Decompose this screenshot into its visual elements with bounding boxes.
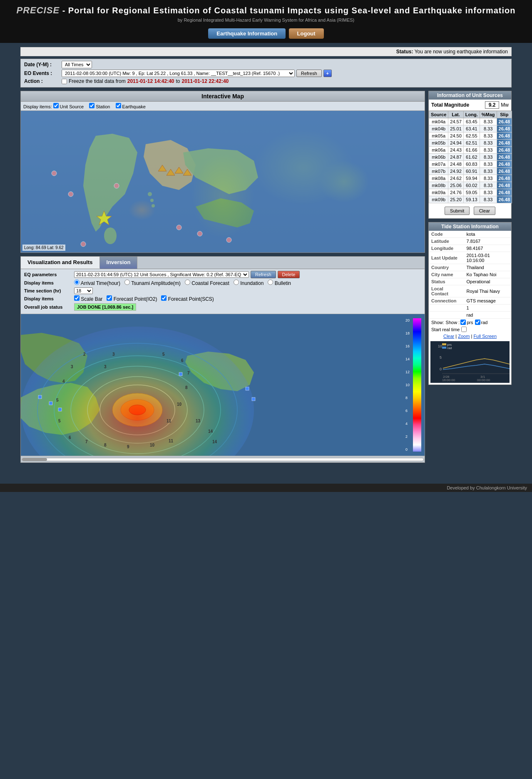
eq-params-select[interactable]: 2011-02-23 01:44:59 (UTC) 12 Unit Source… (74, 271, 249, 278)
field-last-update-value: 2011-03-01 10:16:00 (464, 252, 511, 264)
forecast-scs-label[interactable]: Forecast Point(SCS) (161, 295, 214, 302)
cell-lat-8: 24.62 (448, 175, 464, 182)
scrollbar-track[interactable] (22, 458, 424, 461)
scale-bar-label[interactable]: Scale Bar (74, 295, 102, 302)
field-country-label: Country (429, 264, 464, 271)
field-long-label: Longitude (429, 245, 464, 252)
map-svg (21, 111, 425, 252)
table-row: mk09b25.2059.138.3326.48 (429, 196, 512, 203)
radio-bulletin-label[interactable]: Bulletin (268, 280, 291, 286)
svg-point-12 (114, 183, 119, 188)
viz-refresh-button[interactable]: Refresh (251, 271, 276, 278)
earthquake-info-button[interactable]: Earthquake Information (208, 28, 286, 39)
field-connection-value: GTS message (464, 297, 511, 305)
cell-source-6: mk07a (429, 161, 448, 168)
table-row: mk07a24.4860.838.3326.48 (429, 161, 512, 168)
plus-button[interactable]: + (323, 70, 332, 77)
prs-checkbox[interactable] (460, 320, 466, 325)
earthquake-checkbox[interactable] (116, 103, 121, 108)
map-area[interactable]: Long: 84.69 Lat: 9.62 (21, 111, 425, 252)
logout-button[interactable]: Logout (289, 28, 324, 39)
table-row: Code kota (429, 231, 511, 238)
svg-point-4 (104, 227, 117, 244)
table-row: rad (429, 312, 511, 319)
col-long: Long. (463, 111, 480, 118)
full-screen-link[interactable]: Full Screen (473, 334, 497, 339)
field-code-value: kota (464, 231, 511, 238)
viz-map-container: 2 3 4 5 5 6 7 8 9 10 11 3 3 (21, 314, 425, 462)
content-area: Interactive Map Display items: Unit Sour… (20, 91, 512, 463)
col-slip: Slip (497, 111, 512, 118)
horizontal-scrollbar[interactable] (21, 456, 425, 462)
cell-slip-4: 26.48 (497, 147, 512, 154)
scrollbar-thumb[interactable] (22, 458, 47, 461)
station-label[interactable]: Station (89, 104, 111, 109)
clear-zoom-link[interactable]: Clear (443, 334, 454, 339)
submit-button[interactable]: Submit (445, 207, 470, 215)
unit-source-checkbox[interactable] (53, 103, 59, 108)
radio-coastal-label[interactable]: Coastal Forecast (185, 280, 229, 286)
forecast-io2-checkbox[interactable] (107, 295, 112, 301)
svg-point-14 (197, 231, 202, 236)
colorbar: 20 18 16 14 12 10 8 6 4 2 0 (413, 318, 421, 452)
tide-chart-links: Clear | Zoom | Full Screen (429, 333, 511, 340)
field-city-value: Ko Taphao Noi (464, 271, 511, 278)
tab-visualization[interactable]: Visualization and Results (21, 257, 100, 269)
status-label: Status: (396, 49, 413, 55)
rad-checkbox[interactable] (475, 320, 480, 325)
svg-text:00:00:00: 00:00:00 (477, 378, 490, 382)
freeze-checkbox[interactable] (62, 79, 67, 84)
unit-source-label[interactable]: Unit Source (53, 104, 85, 109)
svg-text:3: 3 (112, 352, 115, 357)
cell-pct_mag-0: 8.33 (480, 118, 497, 125)
tab-inversion[interactable]: Inversion (100, 257, 138, 269)
viz-map-area[interactable]: 2 3 4 5 5 6 7 8 9 10 11 3 3 (21, 314, 425, 456)
svg-point-11 (81, 242, 86, 247)
cell-pct_mag-4: 8.33 (480, 147, 497, 154)
time-section-row: Time section (hr) 18 (24, 287, 421, 294)
radio-bulletin[interactable] (268, 280, 273, 285)
overall-status-row: Overall job status JOB DONE [1,069.86 se… (24, 303, 421, 311)
zoom-link[interactable]: Zoom (458, 334, 470, 339)
refresh-eo-button[interactable]: Refresh (296, 70, 322, 77)
control-bar: Date (Y-M) : All Times EO Events : 2011-… (20, 59, 512, 87)
clear-button[interactable]: Clear (474, 207, 495, 215)
viz-delete-button[interactable]: Delete (278, 271, 300, 278)
svg-text:10: 10 (177, 402, 182, 407)
date-select[interactable]: All Times (62, 61, 92, 68)
start-real-time-checkbox[interactable] (461, 327, 467, 332)
radio-tsunami[interactable] (124, 280, 130, 285)
field-empty2-label (429, 312, 464, 319)
station-checkbox[interactable] (89, 103, 94, 108)
forecast-scs-checkbox[interactable] (161, 295, 167, 301)
forecast-io2-label[interactable]: Forecast Point(IO2) (107, 295, 157, 302)
cell-lat-1: 25.01 (448, 125, 464, 132)
cell-source-1: mk04b (429, 125, 448, 132)
svg-text:3: 3 (104, 365, 107, 369)
map-display-items: Display items: Unit Source Station Earth… (21, 102, 425, 111)
tide-chart-svg: 10 5 0 2/28 16:00:00 3/1 00:00:00 (430, 341, 510, 383)
scale-bar-checkbox[interactable] (74, 295, 80, 301)
field-code-label: Code (429, 231, 464, 238)
cell-slip-10: 26.48 (497, 189, 512, 196)
radio-coastal[interactable] (185, 280, 190, 285)
eo-events-row: EO Events : 2011-02-08 05:30:00 (UTC) Mw… (24, 70, 508, 77)
svg-point-7 (152, 204, 155, 207)
colorbar-labels: 20 18 16 14 12 10 8 6 4 2 0 (405, 318, 410, 452)
eo-events-select[interactable]: 2011-02-08 05:30:00 (UTC) Mw: 9 , Ep: La… (62, 70, 295, 77)
svg-text:8: 8 (104, 443, 107, 447)
time-section-select[interactable]: 18 (74, 287, 93, 294)
radio-inundation[interactable] (234, 280, 239, 285)
cell-lat-0: 24.57 (448, 118, 464, 125)
earthquake-label[interactable]: Earthquake (116, 104, 146, 109)
radio-inundation-label[interactable]: Inundation (234, 280, 264, 286)
radio-tsunami-label[interactable]: Tsunami Amplitude(m) (124, 280, 181, 286)
svg-rect-59 (179, 372, 182, 376)
radio-arrival[interactable] (74, 280, 80, 285)
tide-station-title: Tide Station Information (429, 222, 511, 231)
radio-arrival-label[interactable]: Arrival Time(hour) (74, 280, 120, 286)
svg-text:3: 3 (71, 365, 73, 369)
svg-text:6: 6 (181, 358, 184, 363)
cell-lat-4: 24.43 (448, 147, 464, 154)
cell-source-10: mk09a (429, 189, 448, 196)
